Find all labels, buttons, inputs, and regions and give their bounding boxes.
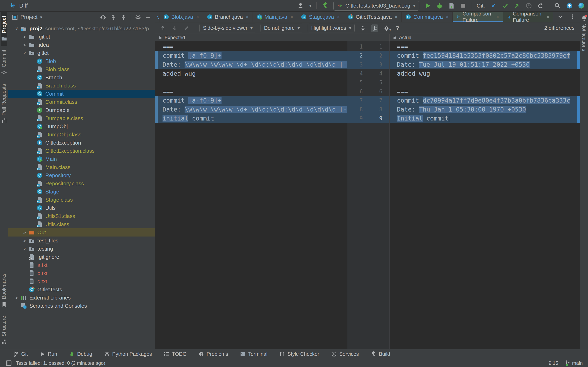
highlight-policy-select[interactable]: Highlight words ▾ (308, 24, 355, 33)
tree-item-repository[interactable]: CRepository (8, 171, 155, 179)
tree-item-test-files[interactable]: >test_files (8, 236, 155, 245)
tool-window-stripe-commit[interactable]: Commit (1, 46, 7, 80)
tool-window-button-style-checker[interactable]: Style Checker (279, 351, 319, 357)
tree-item-b-txt[interactable]: b.txt (8, 269, 155, 277)
edit-pencil-icon[interactable] (183, 25, 190, 32)
tree-item-main-class[interactable]: 01Main.class (8, 163, 155, 171)
tree-item-commit-class[interactable]: 01Commit.class (8, 98, 155, 106)
test-status-message[interactable]: Tests failed: 1, passed: 0 (2 minutes ag… (16, 360, 105, 366)
run-with-coverage-button[interactable] (448, 2, 455, 9)
help-button[interactable]: ? (396, 25, 399, 32)
tool-window-stripe-project[interactable]: Project (1, 12, 7, 46)
tab-close-icon[interactable]: × (196, 14, 199, 20)
search-icon[interactable] (554, 2, 561, 9)
tree-item-stage[interactable]: CStage (8, 188, 155, 196)
tab-gitlettests-java[interactable]: CGitletTests.java× (344, 12, 401, 22)
tab-options-kebab-icon[interactable] (569, 13, 576, 20)
tab-commit-java[interactable]: CCommit.java× (402, 12, 453, 22)
history-clock-button[interactable] (525, 2, 532, 9)
next-difference-button[interactable] (171, 25, 178, 32)
tool-window-button-git[interactable]: Git (13, 351, 28, 357)
tab-close-icon[interactable]: × (446, 14, 449, 20)
stop-button[interactable] (460, 2, 467, 9)
tree-item--idea[interactable]: >.idea (8, 41, 155, 49)
tree-item-gitletexception[interactable]: GitletException (8, 139, 155, 147)
tree-chevron-icon[interactable]: > (14, 25, 19, 32)
tree-item-dumpable-class[interactable]: 01Dumpable.class (8, 114, 155, 122)
tree-item-scratches-and-consoles[interactable]: Scratches and Consoles (8, 302, 155, 310)
tree-item-testing[interactable]: >testing (8, 245, 155, 253)
commit-check-button[interactable] (502, 2, 509, 9)
tree-chevron-icon[interactable]: > (21, 238, 28, 243)
tool-window-button-terminal[interactable]: Terminal (240, 351, 267, 357)
user-icon[interactable] (297, 2, 304, 9)
tree-item-external-libraries[interactable]: >External Libraries (8, 294, 155, 302)
tree-item-out[interactable]: >Out (8, 228, 155, 236)
build-hammer-icon[interactable] (321, 2, 329, 9)
tree-item--gitignore[interactable]: .gitignore (8, 253, 155, 261)
tab-va[interactable]: va× (155, 12, 159, 22)
tree-item-repository-class[interactable]: 01Repository.class (8, 179, 155, 188)
tab-close-icon[interactable]: × (337, 14, 340, 20)
tool-window-button-todo[interactable]: TODO (164, 351, 187, 357)
tree-item-blob[interactable]: CBlob (8, 57, 155, 65)
tree-item-c-txt[interactable]: c.txt (8, 277, 155, 285)
expand-all-button[interactable] (110, 14, 116, 20)
actual-pane[interactable]: ===commit fee15941841e5353f0802c57a2c80b… (389, 42, 580, 349)
tool-window-stripe-structure[interactable]: Structure (1, 312, 7, 349)
code-with-me-icon[interactable] (578, 2, 585, 9)
tree-item-dumpobj-class[interactable]: 01DumpObj.class (8, 131, 155, 139)
tree-item-gitlettests[interactable]: CGitletTests (8, 285, 155, 294)
hidden-tabs-chevron-icon[interactable] (557, 13, 564, 20)
tree-item-gitletexception-class[interactable]: 01GitletException.class (8, 147, 155, 155)
tree-item--gitlet[interactable]: >.gitlet (8, 33, 155, 41)
ignore-policy-select[interactable]: Do not ignore ▾ (260, 24, 303, 33)
tool-window-button-run[interactable]: Run (40, 351, 57, 357)
tree-chevron-icon[interactable]: > (22, 245, 27, 252)
tab-main-java[interactable]: CMain.java× (253, 12, 297, 22)
notifications-label[interactable]: Notifications (581, 24, 587, 51)
tree-item-proj2[interactable]: >proj2sources root, ~/Desktop/cs61bl/su2… (8, 25, 155, 33)
notifications-bell-icon[interactable] (581, 15, 588, 21)
tool-window-button-services[interactable]: Services (331, 351, 359, 357)
chevron-down-icon[interactable]: ▾ (40, 15, 42, 20)
tree-item-utils[interactable]: CUtils (8, 204, 155, 212)
gear-icon[interactable] (135, 14, 141, 20)
diff-settings-button[interactable]: ▾ (383, 25, 391, 32)
user-dropdown-arrow-icon[interactable]: ▾ (309, 3, 311, 8)
tool-window-button-problems[interactable]: Problems (199, 351, 228, 357)
tree-item-dumpable[interactable]: IDumpable (8, 106, 155, 114)
tab-comparison-failure[interactable]: Comparison Failure× (503, 12, 553, 22)
tab-close-icon[interactable]: × (246, 14, 249, 20)
tree-item-gitlet[interactable]: >gitlet (8, 49, 155, 57)
collapse-all-button[interactable] (121, 14, 127, 20)
tool-window-button-build[interactable]: Build (371, 351, 390, 357)
tab-close-icon[interactable]: × (290, 14, 293, 20)
sync-scroll-toggle[interactable] (371, 25, 378, 32)
tab-close-icon[interactable]: × (394, 14, 398, 20)
update-project-button[interactable] (490, 2, 497, 9)
tree-chevron-icon[interactable]: > (21, 34, 28, 39)
git-branch-widget[interactable]: main (564, 360, 583, 366)
tab-stage-java[interactable]: CStage.java× (297, 12, 344, 22)
tool-window-stripe-pull-requests[interactable]: Pull Requests (1, 80, 7, 128)
tree-item-utils-1-class[interactable]: 01Utils$1.class (8, 212, 155, 220)
tree-item-branch-class[interactable]: 01Branch.class (8, 82, 155, 90)
tab-comparison-failure[interactable]: Comparison Failure× (453, 12, 503, 22)
tree-chevron-icon[interactable]: > (21, 230, 28, 235)
tool-window-button-python-packages[interactable]: Python Packages (104, 351, 152, 357)
rollback-button[interactable] (537, 2, 544, 9)
run-configuration-select[interactable]: GitletTests.test03_basicLog ▾ (333, 1, 419, 11)
locate-file-button[interactable] (100, 14, 106, 20)
tree-item-stage-class[interactable]: 01Stage.class (8, 196, 155, 204)
collapse-unchanged-button[interactable] (359, 25, 366, 32)
tab-close-icon[interactable]: × (496, 14, 499, 20)
window-layout-icon[interactable] (5, 360, 12, 367)
tab-branch-java[interactable]: CBranch.java× (203, 12, 253, 22)
tree-chevron-icon[interactable]: > (21, 42, 28, 48)
tab-blob-java[interactable]: CBlob.java× (159, 12, 203, 22)
tree-chevron-icon[interactable]: > (22, 49, 27, 57)
previous-difference-button[interactable] (159, 25, 167, 32)
tree-chevron-icon[interactable]: > (13, 295, 20, 300)
hide-panel-button[interactable] (145, 14, 151, 20)
